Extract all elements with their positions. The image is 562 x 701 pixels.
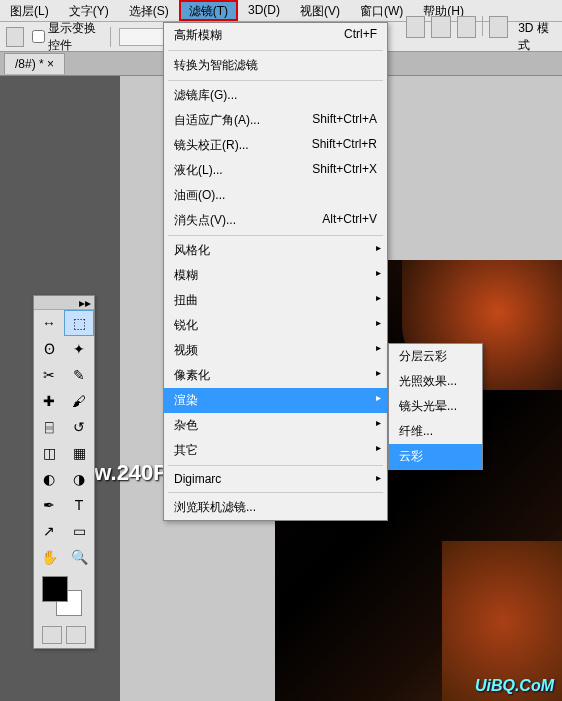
watermark-uibq: UiBQ.CoM bbox=[475, 677, 554, 695]
dd-oil-paint[interactable]: 油画(O)... bbox=[164, 183, 387, 208]
align-icon-3[interactable] bbox=[457, 16, 476, 38]
stamp-tool-icon[interactable]: ⌸ bbox=[34, 414, 64, 440]
sm-lens-flare[interactable]: 镜头光晕... bbox=[389, 394, 482, 419]
tools-grid: ↔ ⬚ ʘ ✦ ✂ ✎ ✚ 🖌 ⌸ ↺ ◫ ▦ ◐ ◑ ✒ T ↗ ▭ ✋ 🔍 bbox=[34, 310, 94, 570]
lasso-tool-icon[interactable]: ʘ bbox=[34, 336, 64, 362]
dd-separator bbox=[168, 80, 383, 81]
magic-wand-tool-icon[interactable]: ✦ bbox=[64, 336, 94, 362]
align-placeholder bbox=[119, 28, 167, 46]
toolbar-separator bbox=[110, 27, 111, 47]
checkbox-input[interactable] bbox=[32, 30, 45, 43]
pen-tool-icon[interactable]: ✒ bbox=[34, 492, 64, 518]
marquee-tool-icon[interactable]: ⬚ bbox=[64, 310, 94, 336]
quick-mask-row bbox=[34, 622, 94, 648]
dd-noise[interactable]: 杂色 bbox=[164, 413, 387, 438]
render-submenu: 分层云彩 光照效果... 镜头光晕... 纤维... 云彩 bbox=[388, 343, 483, 470]
align-icon-2[interactable] bbox=[431, 16, 450, 38]
standard-mode-icon[interactable] bbox=[42, 626, 62, 644]
dd-vanishing-point[interactable]: 消失点(V)...Alt+Ctrl+V bbox=[164, 208, 387, 233]
dd-lens-correct[interactable]: 镜头校正(R)...Shift+Ctrl+R bbox=[164, 133, 387, 158]
current-tool-icon[interactable] bbox=[6, 27, 24, 47]
dd-separator bbox=[168, 50, 383, 51]
dd-liquify[interactable]: 液化(L)...Shift+Ctrl+X bbox=[164, 158, 387, 183]
dd-convert-smart[interactable]: 转换为智能滤镜 bbox=[164, 53, 387, 78]
dd-other[interactable]: 其它 bbox=[164, 438, 387, 463]
menu-filter[interactable]: 滤镜(T) bbox=[179, 0, 238, 21]
menu-layer[interactable]: 图层(L) bbox=[0, 0, 59, 21]
healing-tool-icon[interactable]: ✚ bbox=[34, 388, 64, 414]
dd-separator bbox=[168, 465, 383, 466]
eyedropper-tool-icon[interactable]: ✎ bbox=[64, 362, 94, 388]
dd-adaptive-wide[interactable]: 自适应广角(A)...Shift+Ctrl+A bbox=[164, 108, 387, 133]
history-brush-tool-icon[interactable]: ↺ bbox=[64, 414, 94, 440]
dd-render[interactable]: 渲染 bbox=[164, 388, 387, 413]
panel-chevron-icon[interactable]: ▸▸ bbox=[79, 296, 91, 309]
move-tool-icon[interactable]: ↔ bbox=[34, 310, 64, 336]
dd-gaussian-blur[interactable]: 高斯模糊Ctrl+F bbox=[164, 23, 387, 48]
dd-pixelate[interactable]: 像素化 bbox=[164, 363, 387, 388]
dd-blur[interactable]: 模糊 bbox=[164, 263, 387, 288]
type-tool-icon[interactable]: T bbox=[64, 492, 94, 518]
dd-video[interactable]: 视频 bbox=[164, 338, 387, 363]
dd-distort[interactable]: 扭曲 bbox=[164, 288, 387, 313]
filter-dropdown: 高斯模糊Ctrl+F 转换为智能滤镜 滤镜库(G)... 自适应广角(A)...… bbox=[163, 22, 388, 521]
screen-mode-icon[interactable] bbox=[66, 626, 86, 644]
align-icon-1[interactable] bbox=[406, 16, 425, 38]
menu-3d[interactable]: 3D(D) bbox=[238, 0, 290, 21]
zoom-tool-icon[interactable]: 🔍 bbox=[64, 544, 94, 570]
gradient-tool-icon[interactable]: ▦ bbox=[64, 440, 94, 466]
blur-tool-icon[interactable]: ◐ bbox=[34, 466, 64, 492]
shape-tool-icon[interactable]: ▭ bbox=[64, 518, 94, 544]
dd-sharpen[interactable]: 锐化 bbox=[164, 313, 387, 338]
dd-filter-gallery[interactable]: 滤镜库(G)... bbox=[164, 83, 387, 108]
path-select-tool-icon[interactable]: ↗ bbox=[34, 518, 64, 544]
dodge-tool-icon[interactable]: ◑ bbox=[64, 466, 94, 492]
toolbar-separator bbox=[482, 16, 483, 36]
color-swatches bbox=[34, 570, 94, 622]
menu-view[interactable]: 视图(V) bbox=[290, 0, 350, 21]
mode3d-label: 3D 模式 bbox=[514, 16, 556, 58]
menu-window[interactable]: 窗口(W) bbox=[350, 0, 413, 21]
menu-select[interactable]: 选择(S) bbox=[119, 0, 179, 21]
brush-tool-icon[interactable]: 🖌 bbox=[64, 388, 94, 414]
sm-difference-clouds[interactable]: 分层云彩 bbox=[389, 344, 482, 369]
crop-tool-icon[interactable]: ✂ bbox=[34, 362, 64, 388]
dd-stylize[interactable]: 风格化 bbox=[164, 238, 387, 263]
foreground-color-swatch[interactable] bbox=[42, 576, 68, 602]
show-transform-checkbox[interactable]: 显示变换控件 bbox=[32, 20, 102, 54]
hand-tool-icon[interactable]: ✋ bbox=[34, 544, 64, 570]
dd-browse-online[interactable]: 浏览联机滤镜... bbox=[164, 495, 387, 520]
sm-clouds[interactable]: 云彩 bbox=[389, 444, 482, 469]
align-icon-4[interactable] bbox=[489, 16, 508, 38]
checkbox-label: 显示变换控件 bbox=[48, 20, 102, 54]
menu-text[interactable]: 文字(Y) bbox=[59, 0, 119, 21]
sm-fibers[interactable]: 纤维... bbox=[389, 419, 482, 444]
document-tab[interactable]: /8#) * × bbox=[4, 53, 65, 74]
dd-separator bbox=[168, 235, 383, 236]
eraser-tool-icon[interactable]: ◫ bbox=[34, 440, 64, 466]
dd-digimarc[interactable]: Digimarc bbox=[164, 468, 387, 490]
sm-lighting-effects[interactable]: 光照效果... bbox=[389, 369, 482, 394]
panel-titlebar[interactable]: ▸▸ bbox=[34, 296, 94, 310]
dd-separator bbox=[168, 492, 383, 493]
tools-panel: ▸▸ ↔ ⬚ ʘ ✦ ✂ ✎ ✚ 🖌 ⌸ ↺ ◫ ▦ ◐ ◑ ✒ T ↗ ▭ ✋… bbox=[33, 295, 95, 649]
